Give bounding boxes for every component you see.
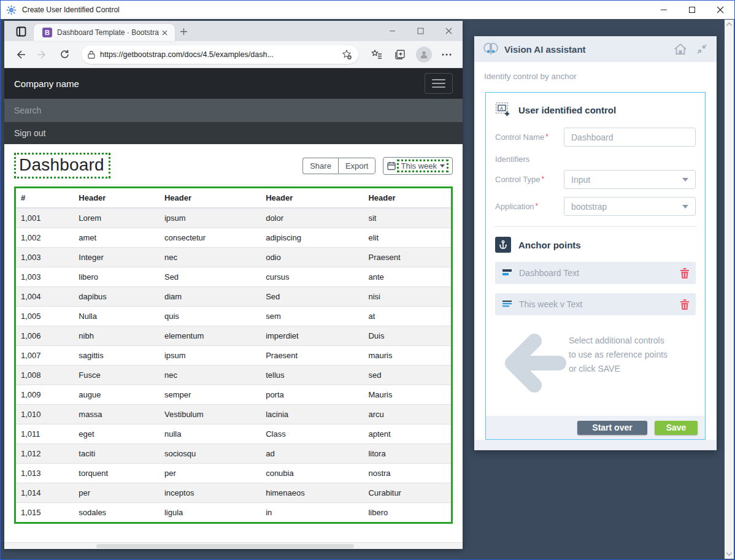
table-cell: 1,003 <box>16 248 74 267</box>
svg-text:A: A <box>500 105 503 111</box>
table-cell: nostra <box>363 464 451 483</box>
required-asterisk: * <box>545 132 548 141</box>
table-row: 1,001Loremipsumdolorsit <box>16 208 451 228</box>
address-bar[interactable]: https://getbootstrap.com/docs/4.5/exampl… <box>82 45 358 64</box>
table-row: 1,013torquentperconubianostra <box>16 464 451 483</box>
sign-out-link[interactable]: Sign out <box>4 122 463 144</box>
app-maximize-button[interactable] <box>678 1 706 19</box>
table-cell: ipsum <box>160 346 261 366</box>
table-cell: 1,007 <box>16 346 74 366</box>
app-title: Create User Identified Control <box>22 6 650 14</box>
table-cell: Sed <box>160 267 261 287</box>
anchor-item[interactable]: This week v Text <box>495 293 696 315</box>
collapse-icon[interactable] <box>696 43 708 55</box>
table-cell: Praesent <box>363 248 451 267</box>
delete-anchor-icon[interactable] <box>680 299 690 310</box>
table-cell: odio <box>261 248 363 267</box>
table-cell: Mauris <box>363 385 451 405</box>
profile-avatar[interactable] <box>416 47 432 63</box>
table-cell: nibh <box>74 326 160 346</box>
col-header: Header <box>363 188 451 208</box>
table-cell: Fusce <box>74 366 160 385</box>
table-cell: Nulla <box>74 307 160 326</box>
card-title: User identified control <box>518 105 616 115</box>
scroll-down-icon[interactable] <box>726 552 733 556</box>
week-dropdown-button[interactable]: This week <box>383 157 453 175</box>
table-cell: Sed <box>261 287 363 307</box>
card-footer: Start over Save <box>486 416 705 439</box>
table-cell: at <box>363 307 451 326</box>
calendar-icon <box>387 161 396 171</box>
table-cell: 1,015 <box>16 503 74 523</box>
hint-area: Select additional controls to use as ref… <box>495 326 696 411</box>
site-navbar: Company name <box>4 68 463 99</box>
table-cell: per <box>74 483 160 503</box>
application-select[interactable]: bootstrap <box>564 197 696 216</box>
table-cell: 1,006 <box>16 326 74 346</box>
forward-icon[interactable] <box>34 46 51 63</box>
required-asterisk: * <box>541 175 544 183</box>
table-cell: taciti <box>74 444 160 464</box>
app-close-button[interactable] <box>706 1 734 19</box>
navbar-toggler-icon[interactable] <box>425 73 453 94</box>
save-button[interactable]: Save <box>655 421 698 435</box>
share-button[interactable]: Share <box>302 158 338 174</box>
table-cell: cursus <box>261 267 363 287</box>
col-header: Header <box>261 188 363 208</box>
table-cell: 1,011 <box>16 424 74 444</box>
start-over-button[interactable]: Start over <box>577 421 647 435</box>
col-header: Header <box>160 188 261 208</box>
browser-toolbar: https://getbootstrap.com/docs/4.5/exampl… <box>4 41 463 68</box>
control-name-input[interactable]: Dashboard <box>564 128 696 147</box>
home-icon[interactable] <box>674 43 687 55</box>
browser-maximize-button[interactable] <box>406 21 434 41</box>
table-cell: sociosqu <box>160 444 261 464</box>
table-cell: 1,008 <box>16 366 74 385</box>
browser-close-button[interactable] <box>434 21 463 41</box>
search-input[interactable] <box>4 99 463 122</box>
scroll-up-icon[interactable] <box>726 22 733 26</box>
table-cell: lacinia <box>261 405 363 424</box>
bookmark-add-icon[interactable] <box>341 49 352 60</box>
control-type-select[interactable]: Input <box>564 170 696 189</box>
table-cell: consectetur <box>160 228 261 248</box>
table-cell: Integer <box>74 248 160 267</box>
collections-icon[interactable] <box>391 46 409 63</box>
table-cell: massa <box>74 405 160 424</box>
horizontal-scrollbar[interactable] <box>4 542 463 549</box>
table-cell: 1,003 <box>16 267 74 287</box>
browser-minimize-button[interactable] <box>378 21 406 41</box>
table-cell: 1,013 <box>16 464 74 483</box>
table-cell: 1,005 <box>16 307 74 326</box>
delete-anchor-icon[interactable] <box>680 267 690 279</box>
tab-close-icon[interactable] <box>159 27 170 38</box>
anchor-item[interactable]: Dashboard Text <box>495 262 696 284</box>
table-cell: nisi <box>363 287 451 307</box>
favorites-icon[interactable] <box>368 46 385 63</box>
browser-menu-icon[interactable] <box>438 46 455 63</box>
table-row: 1,006nibhelementumimperdietDuis <box>16 326 451 346</box>
back-icon[interactable] <box>12 46 29 63</box>
new-tab-button[interactable] <box>175 23 192 40</box>
tab-actions-menu-icon[interactable] <box>12 23 30 39</box>
anchor-icon <box>495 237 511 253</box>
browser-tab[interactable]: B Dashboard Template · Bootstrap <box>34 24 175 41</box>
brand-link[interactable]: Company name <box>14 79 79 89</box>
panel-footer-strip <box>474 440 717 450</box>
vertical-scrollbar[interactable] <box>725 20 734 559</box>
table-cell: nulla <box>160 424 261 444</box>
table-cell: Lorem <box>74 208 160 228</box>
table-cell: 1,010 <box>16 405 74 424</box>
table-row: 1,012tacitisociosquadlitora <box>16 444 451 464</box>
refresh-icon[interactable] <box>56 46 73 63</box>
browser-tabstrip: B Dashboard Template · Bootstrap <box>4 21 463 41</box>
table-cell: 1,012 <box>16 444 74 464</box>
url-text: https://getbootstrap.com/docs/4.5/exampl… <box>100 50 341 59</box>
app-minimize-button[interactable] <box>650 1 678 19</box>
hint-text: Select additional controls to use as ref… <box>569 334 668 376</box>
user-control-icon: A <box>495 102 511 118</box>
export-button[interactable]: Export <box>338 158 376 174</box>
data-table-highlight: # Header Header Header Header 1,001Lorem… <box>14 186 453 524</box>
table-cell: himenaeos <box>261 483 363 503</box>
identifiers-label: Identifiers <box>495 155 696 164</box>
